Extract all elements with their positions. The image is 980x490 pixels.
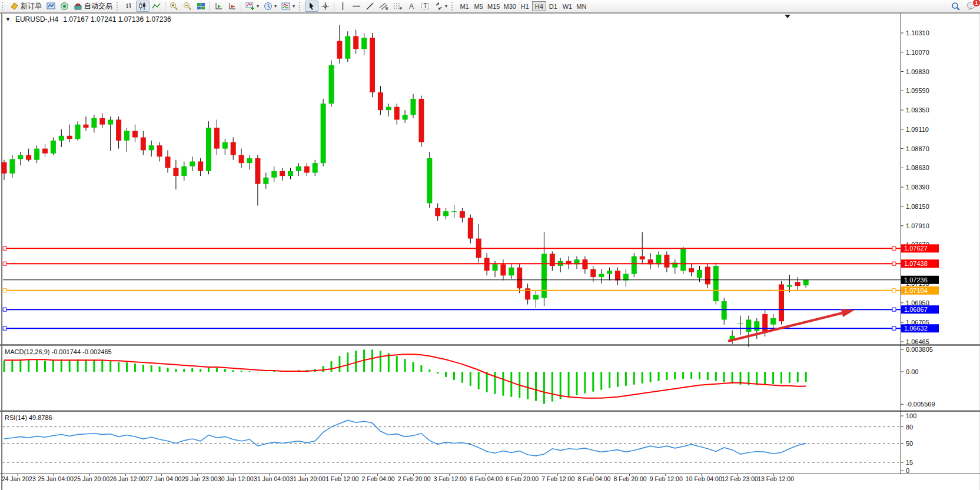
svg-text:50: 50 bbox=[906, 440, 913, 447]
collapse-triangle-icon[interactable]: ▼ bbox=[5, 16, 11, 22]
svg-text:1.09830: 1.09830 bbox=[906, 68, 929, 75]
chart-canvas[interactable]: 0.0038050.00-0.005569 1008050150 1.10310… bbox=[0, 0, 980, 490]
terminal-window: 新订单 自动交易 bbox=[0, 0, 980, 490]
macd-label: MACD(12,26,9) -0.001744 -0.002465 bbox=[5, 348, 112, 355]
rsi-label: RSI(14) 49.8786 bbox=[5, 414, 52, 421]
svg-text:1.07104: 1.07104 bbox=[904, 287, 928, 294]
svg-text:7 Feb 12:00: 7 Feb 12:00 bbox=[542, 475, 574, 482]
svg-text:6 Feb 20:00: 6 Feb 20:00 bbox=[506, 475, 539, 482]
svg-text:26 Jan 12:00: 26 Jan 12:00 bbox=[109, 475, 145, 482]
svg-text:31 Jan 04:00: 31 Jan 04:00 bbox=[254, 475, 290, 482]
svg-text:1.07438: 1.07438 bbox=[904, 260, 928, 267]
svg-text:100: 100 bbox=[906, 412, 916, 419]
svg-text:1.09350: 1.09350 bbox=[906, 106, 929, 114]
svg-text:1.08150: 1.08150 bbox=[906, 203, 929, 210]
svg-text:1.08390: 1.08390 bbox=[906, 184, 929, 191]
svg-text:15: 15 bbox=[906, 459, 913, 466]
svg-text:2 Feb 20:00: 2 Feb 20:00 bbox=[398, 475, 431, 482]
time-axis[interactable]: 24 Jan 202325 Jan 04:0025 Jan 20:0026 Ja… bbox=[2, 474, 794, 482]
svg-text:3 Feb 12:00: 3 Feb 12:00 bbox=[434, 475, 467, 482]
svg-text:0.003805: 0.003805 bbox=[906, 346, 933, 353]
svg-text:8 Feb 04:00: 8 Feb 04:00 bbox=[577, 475, 610, 482]
svg-text:2 Feb 04:00: 2 Feb 04:00 bbox=[362, 475, 395, 482]
chart-window: 0.0038050.00-0.005569 1008050150 1.10310… bbox=[0, 13, 980, 490]
svg-text:0.00: 0.00 bbox=[906, 368, 918, 375]
svg-text:1.07627: 1.07627 bbox=[904, 245, 928, 252]
svg-text:25 Jan 04:00: 25 Jan 04:00 bbox=[38, 475, 74, 482]
svg-text:8 Feb 20:00: 8 Feb 20:00 bbox=[614, 475, 647, 482]
svg-text:1.07236: 1.07236 bbox=[904, 276, 928, 284]
svg-text:10 Feb 04:00: 10 Feb 04:00 bbox=[686, 475, 722, 482]
svg-text:1.09590: 1.09590 bbox=[906, 87, 929, 94]
svg-text:1.07910: 1.07910 bbox=[906, 222, 929, 229]
svg-text:1.06465: 1.06465 bbox=[906, 338, 929, 345]
svg-text:1 Feb 12:00: 1 Feb 12:00 bbox=[325, 475, 358, 482]
svg-text:29 Jan 23:00: 29 Jan 23:00 bbox=[182, 475, 218, 482]
chart-legend: ▼ EURUSD-,H4 1.07167 1.07241 1.07136 1.0… bbox=[5, 15, 171, 24]
svg-text:1.06950: 1.06950 bbox=[906, 299, 929, 306]
svg-text:25 Jan 20:00: 25 Jan 20:00 bbox=[74, 475, 109, 482]
svg-text:6 Feb 04:00: 6 Feb 04:00 bbox=[470, 475, 503, 482]
svg-text:30 Jan 12:00: 30 Jan 12:00 bbox=[218, 475, 254, 482]
svg-text:-0.005569: -0.005569 bbox=[906, 401, 935, 408]
svg-text:1.09110: 1.09110 bbox=[906, 126, 929, 133]
svg-text:1.08870: 1.08870 bbox=[906, 145, 929, 152]
window-chrome-layer bbox=[0, 13, 980, 490]
svg-text:27 Jan 04:00: 27 Jan 04:00 bbox=[146, 475, 182, 482]
svg-text:1.08630: 1.08630 bbox=[906, 164, 929, 171]
symbol-period-label: EURUSD-,H4 bbox=[15, 15, 58, 24]
svg-text:1.10310: 1.10310 bbox=[906, 29, 929, 36]
ohlc-values: 1.07167 1.07241 1.07136 1.07236 bbox=[63, 15, 171, 24]
svg-text:31 Jan 20:00: 31 Jan 20:00 bbox=[290, 475, 325, 482]
svg-text:1.06632: 1.06632 bbox=[904, 325, 928, 332]
svg-text:1.10070: 1.10070 bbox=[906, 49, 929, 56]
svg-text:9 Feb 12:00: 9 Feb 12:00 bbox=[650, 475, 683, 482]
svg-text:13 Feb 12:00: 13 Feb 12:00 bbox=[758, 475, 794, 482]
svg-text:1.06867: 1.06867 bbox=[904, 306, 928, 313]
svg-text:12 Feb 23:00: 12 Feb 23:00 bbox=[722, 475, 758, 482]
svg-text:24 Jan 2023: 24 Jan 2023 bbox=[2, 475, 36, 482]
svg-text:0: 0 bbox=[906, 467, 909, 474]
svg-text:80: 80 bbox=[906, 424, 913, 431]
